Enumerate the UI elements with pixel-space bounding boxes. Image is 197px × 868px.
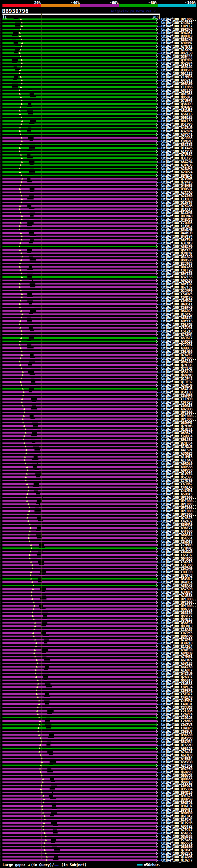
- alignment-bar[interactable]: [2, 69, 15, 71]
- alignment-bar[interactable]: [34, 232, 156, 234]
- alignment-bar[interactable]: [31, 344, 156, 345]
- alignment-bar[interactable]: [52, 686, 156, 688]
- alignment-bar[interactable]: [35, 171, 156, 173]
- alignment-bar[interactable]: [2, 49, 15, 51]
- alignment-bar[interactable]: [2, 178, 27, 180]
- alignment-bar[interactable]: [40, 514, 156, 515]
- alignment-bar[interactable]: [2, 246, 27, 247]
- alignment-bar[interactable]: [36, 259, 156, 261]
- alignment-bar[interactable]: [31, 229, 156, 230]
- alignment-bar[interactable]: [21, 45, 156, 47]
- alignment-bar[interactable]: [2, 693, 45, 695]
- alignment-bar[interactable]: [38, 453, 156, 454]
- alignment-bar[interactable]: [2, 171, 29, 173]
- alignment-bar[interactable]: [47, 619, 156, 620]
- alignment-bar[interactable]: [39, 487, 156, 488]
- alignment-bar[interactable]: [2, 734, 48, 736]
- alignment-bar[interactable]: [54, 815, 156, 817]
- alignment-bar[interactable]: [32, 276, 156, 278]
- alignment-bar[interactable]: [2, 144, 30, 145]
- alignment-bar[interactable]: [2, 80, 13, 81]
- alignment-bar[interactable]: [40, 503, 156, 505]
- alignment-bar[interactable]: [58, 826, 156, 827]
- alignment-bar[interactable]: [17, 66, 156, 67]
- alignment-bar[interactable]: [2, 463, 32, 464]
- alignment-bar[interactable]: [2, 19, 13, 20]
- alignment-bar[interactable]: [2, 707, 46, 708]
- alignment-bar[interactable]: [52, 768, 156, 770]
- alignment-bar[interactable]: [37, 432, 156, 434]
- alignment-bar[interactable]: [2, 652, 41, 654]
- alignment-bar[interactable]: [35, 418, 156, 420]
- alignment-bar[interactable]: [2, 212, 30, 213]
- alignment-bar[interactable]: [2, 564, 39, 566]
- alignment-bar[interactable]: [34, 415, 156, 416]
- alignment-bar[interactable]: [36, 402, 156, 403]
- alignment-bar[interactable]: [2, 56, 13, 57]
- alignment-bar[interactable]: [2, 215, 30, 217]
- alignment-bar[interactable]: [2, 42, 13, 44]
- alignment-bar[interactable]: [30, 178, 156, 180]
- alignment-bar[interactable]: [48, 612, 156, 613]
- alignment-bar[interactable]: [2, 435, 31, 437]
- alignment-bar[interactable]: [2, 568, 40, 569]
- alignment-bar[interactable]: [31, 103, 156, 105]
- alignment-bar[interactable]: [55, 842, 156, 844]
- alignment-bar[interactable]: [47, 615, 156, 617]
- alignment-bar[interactable]: [2, 198, 27, 200]
- alignment-bar[interactable]: [2, 619, 42, 620]
- alignment-bar[interactable]: [57, 822, 156, 824]
- alignment-bar[interactable]: [2, 52, 14, 54]
- alignment-bar[interactable]: [50, 717, 156, 718]
- alignment-bar[interactable]: [45, 548, 156, 549]
- alignment-bar[interactable]: [34, 347, 156, 349]
- alignment-bar[interactable]: [43, 497, 156, 498]
- alignment-bar[interactable]: [31, 202, 156, 203]
- alignment-bar[interactable]: [36, 384, 156, 386]
- alignment-bar[interactable]: [2, 262, 30, 264]
- alignment-bar[interactable]: [2, 337, 29, 339]
- alignment-bar[interactable]: [48, 646, 156, 647]
- alignment-bar[interactable]: [35, 144, 156, 145]
- alignment-bar[interactable]: [2, 222, 27, 223]
- alignment-bar[interactable]: [2, 402, 32, 403]
- alignment-bar[interactable]: [52, 748, 156, 749]
- alignment-bar[interactable]: [18, 59, 156, 61]
- alignment-bar[interactable]: [52, 724, 156, 725]
- alignment-bar[interactable]: [2, 147, 29, 149]
- alignment-bar[interactable]: [35, 361, 156, 363]
- alignment-bar[interactable]: [39, 507, 156, 508]
- alignment-bar[interactable]: [2, 209, 29, 210]
- alignment-bar[interactable]: [2, 242, 29, 244]
- alignment-bar[interactable]: [33, 110, 156, 112]
- alignment-bar[interactable]: [33, 270, 156, 271]
- alignment-bar[interactable]: [34, 191, 156, 193]
- alignment-bar[interactable]: [35, 442, 156, 444]
- alignment-bar[interactable]: [2, 100, 29, 101]
- alignment-bar[interactable]: [2, 188, 30, 190]
- alignment-bar[interactable]: [2, 751, 47, 752]
- alignment-bar[interactable]: [51, 690, 156, 691]
- alignment-bar[interactable]: [44, 568, 156, 569]
- alignment-bar[interactable]: [35, 262, 156, 264]
- alignment-bar[interactable]: [40, 476, 156, 478]
- alignment-bar[interactable]: [20, 25, 156, 27]
- alignment-bar[interactable]: [54, 710, 156, 712]
- alignment-bar[interactable]: [17, 80, 156, 81]
- alignment-bar[interactable]: [2, 836, 52, 837]
- alignment-bar[interactable]: [34, 354, 156, 355]
- alignment-bar[interactable]: [2, 252, 27, 254]
- alignment-bar[interactable]: [44, 602, 156, 603]
- alignment-bar[interactable]: [2, 364, 28, 366]
- alignment-bar[interactable]: [2, 418, 30, 420]
- alignment-bar[interactable]: [38, 480, 156, 481]
- alignment-bar[interactable]: [48, 666, 156, 668]
- alignment-bar[interactable]: [2, 256, 29, 257]
- alignment-bar[interactable]: [2, 303, 29, 305]
- alignment-bar[interactable]: [52, 741, 156, 742]
- alignment-bar[interactable]: [37, 408, 156, 410]
- alignment-bar[interactable]: [34, 239, 156, 241]
- alignment-bar[interactable]: [2, 754, 49, 756]
- alignment-bar[interactable]: [2, 551, 38, 552]
- alignment-bar[interactable]: [2, 293, 27, 295]
